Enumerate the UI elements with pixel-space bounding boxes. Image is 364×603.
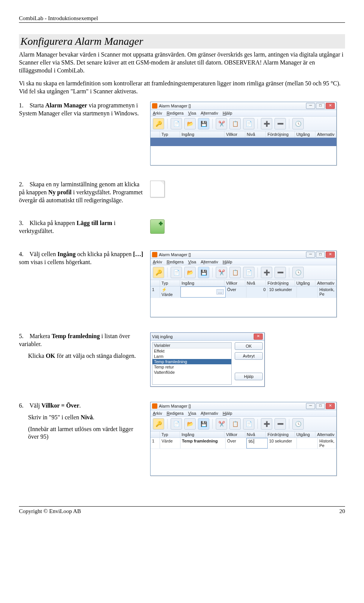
remove-alarm-icon[interactable]: ➖: [275, 118, 286, 129]
menu-alternativ[interactable]: Alternativ: [201, 111, 218, 115]
cut-icon[interactable]: ✂️: [216, 118, 227, 129]
add-alarm-icon[interactable]: ➕: [261, 118, 272, 129]
col-villkor[interactable]: Villkor: [224, 431, 245, 438]
add-alarm-icon[interactable]: ➕: [261, 267, 272, 278]
col-utgang[interactable]: Utgång: [295, 131, 316, 137]
new-profile-icon[interactable]: 📄: [171, 118, 182, 129]
col-typ[interactable]: Typ: [160, 131, 180, 137]
add-alarm-button-icon[interactable]: [150, 219, 165, 234]
list-item-selected[interactable]: Temp framledning: [152, 359, 231, 364]
ok-button[interactable]: OK: [235, 342, 263, 350]
cut-icon[interactable]: ✂️: [216, 418, 227, 430]
col-alternativ[interactable]: Alternativ: [315, 431, 336, 438]
col-utgang[interactable]: Utgång: [295, 431, 316, 438]
minimize-button[interactable]: ─: [306, 403, 315, 409]
col-niva[interactable]: Nivå: [245, 131, 266, 137]
paste-icon[interactable]: 📄: [243, 118, 254, 129]
col-alternativ[interactable]: Alternativ: [315, 280, 336, 286]
dialog-close-button[interactable]: ✕: [254, 334, 263, 340]
selected-empty-row[interactable]: [151, 138, 336, 146]
cell-alt[interactable]: Historik, Pe: [318, 438, 336, 449]
cut-icon[interactable]: ✂️: [216, 267, 227, 278]
col-fordrojning[interactable]: Fördröjning: [266, 431, 295, 438]
new-profile-icon[interactable]: 📄: [171, 418, 182, 430]
cell-ingang[interactable]: …: [180, 287, 226, 298]
ellipsis-button[interactable]: …: [217, 289, 224, 294]
close-button[interactable]: ✕: [326, 403, 335, 409]
col-villkor[interactable]: Villkor: [224, 131, 245, 137]
col-alternativ[interactable]: Alternativ: [315, 131, 336, 137]
open-icon[interactable]: 📂: [184, 267, 196, 278]
cell-villkor[interactable]: Över: [226, 438, 246, 449]
paste-icon[interactable]: 📄: [243, 418, 254, 430]
cell-typ[interactable]: Värde: [160, 438, 180, 449]
menu-arkiv[interactable]: Arkiv: [153, 111, 162, 115]
cell-utgang[interactable]: [297, 438, 318, 449]
menu-redigera[interactable]: Redigera: [166, 111, 184, 115]
key-icon[interactable]: 🔑: [153, 267, 164, 278]
cell-typ[interactable]: ⚡ Värde: [160, 287, 180, 298]
cell-niva-editing[interactable]: 95: [246, 438, 267, 449]
menu-redigera[interactable]: Redigera: [166, 411, 184, 416]
copy-icon[interactable]: 📋: [229, 118, 241, 129]
menu-hjalp[interactable]: Hjälp: [223, 111, 232, 115]
save-icon[interactable]: 💾: [198, 267, 209, 278]
remove-alarm-icon[interactable]: ➖: [275, 418, 286, 430]
maximize-button[interactable]: □: [316, 103, 325, 109]
table-row[interactable]: 1 ⚡ Värde … Över 0 10 sekunder Historik,…: [151, 287, 336, 298]
col-ingang[interactable]: Ingång: [180, 280, 225, 286]
variable-list[interactable]: Variabler Effekt Larm Temp framledning T…: [152, 342, 232, 385]
new-profile-icon[interactable]: 📄: [171, 267, 182, 278]
close-button[interactable]: ✕: [326, 103, 335, 109]
col-niva[interactable]: Nivå: [245, 431, 266, 438]
help-button[interactable]: Hjälp: [235, 373, 263, 380]
key-icon[interactable]: 🔑: [153, 418, 164, 430]
menu-hjalp[interactable]: Hjälp: [223, 411, 232, 416]
col-ingang[interactable]: Ingång: [180, 131, 225, 137]
col-utgang[interactable]: Utgång: [295, 280, 316, 286]
minimize-button[interactable]: ─: [306, 103, 315, 109]
col-fordrojning[interactable]: Fördröjning: [266, 131, 295, 137]
list-item[interactable]: Effekt: [152, 348, 231, 354]
open-icon[interactable]: 📂: [184, 118, 196, 129]
cell-alt[interactable]: Historik, Pe: [318, 287, 336, 298]
col-typ[interactable]: Typ: [160, 431, 180, 438]
copy-icon[interactable]: 📋: [229, 267, 241, 278]
cell-delay[interactable]: 10 sekunder: [268, 438, 297, 449]
list-item[interactable]: Larm: [152, 354, 231, 359]
remove-alarm-icon[interactable]: ➖: [275, 267, 286, 278]
clock-icon[interactable]: 🕓: [292, 267, 304, 278]
menu-alternativ[interactable]: Alternativ: [201, 411, 218, 416]
col-niva[interactable]: Nivå: [245, 280, 266, 286]
copy-icon[interactable]: 📋: [229, 418, 241, 430]
cell-niva[interactable]: 0: [246, 287, 267, 298]
cell-ingang[interactable]: Temp framledning: [180, 438, 226, 449]
maximize-button[interactable]: □: [316, 252, 325, 258]
key-icon[interactable]: 🔑: [153, 118, 164, 129]
new-profile-button-icon[interactable]: [150, 181, 165, 197]
maximize-button[interactable]: □: [316, 403, 325, 409]
cell-utgang[interactable]: [297, 287, 318, 298]
menu-arkiv[interactable]: Arkiv: [153, 411, 162, 416]
open-icon[interactable]: 📂: [184, 418, 196, 430]
clock-icon[interactable]: 🕓: [292, 118, 304, 129]
table-row[interactable]: 1 Värde Temp framledning Över 95 10 seku…: [151, 438, 336, 449]
col-typ[interactable]: Typ: [160, 280, 180, 286]
menu-hjalp[interactable]: Hjälp: [223, 260, 232, 264]
save-icon[interactable]: 💾: [198, 418, 209, 430]
col-villkor[interactable]: Villkor: [224, 280, 245, 286]
close-button[interactable]: ✕: [326, 252, 335, 258]
cancel-button[interactable]: Avbryt: [235, 352, 263, 360]
paste-icon[interactable]: 📄: [243, 267, 254, 278]
menu-visa[interactable]: Visa: [188, 111, 196, 115]
menu-arkiv[interactable]: Arkiv: [153, 260, 162, 264]
menu-alternativ[interactable]: Alternativ: [201, 260, 218, 264]
col-fordrojning[interactable]: Fördröjning: [266, 280, 295, 286]
col-ingang[interactable]: Ingång: [180, 431, 225, 438]
list-item[interactable]: Vattenflöde: [152, 370, 231, 375]
menu-visa[interactable]: Visa: [188, 411, 196, 416]
cell-delay[interactable]: 10 sekunder: [268, 287, 297, 298]
menu-redigera[interactable]: Redigera: [166, 260, 184, 264]
minimize-button[interactable]: ─: [306, 252, 315, 258]
cell-villkor[interactable]: Över: [226, 287, 246, 298]
